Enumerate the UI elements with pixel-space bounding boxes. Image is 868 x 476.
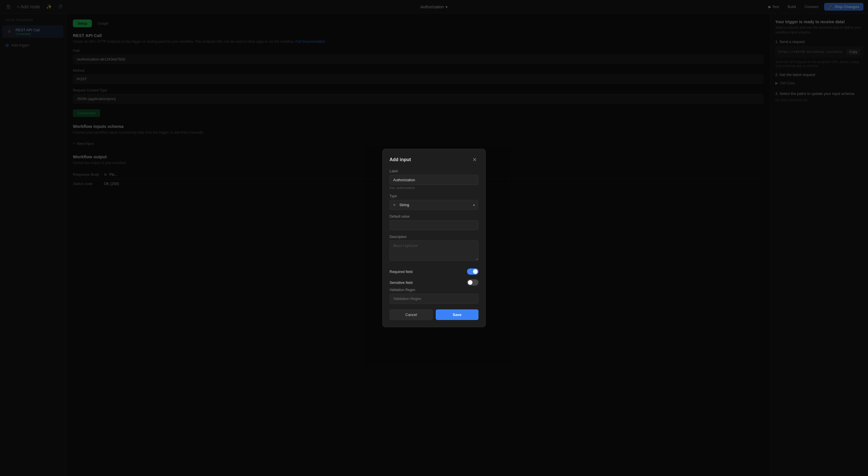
description-textarea[interactable] (390, 241, 478, 261)
modal-overlay[interactable]: Add input ✕ Label Key: authorization Typ… (0, 0, 868, 476)
label-input[interactable] (390, 175, 478, 185)
default-value-label: Default value (390, 214, 478, 218)
type-field-label: Type (390, 194, 478, 198)
type-value: String (400, 203, 409, 207)
validation-regex-input[interactable] (390, 294, 478, 304)
type-field: Type ≡ String ▾ (390, 194, 478, 210)
validation-regex-field: Validation Regex (390, 288, 478, 304)
add-input-modal: Add input ✕ Label Key: authorization Typ… (382, 149, 486, 327)
description-field-label: Description (390, 235, 478, 239)
sensitive-field-row: Sensitive field (390, 277, 478, 288)
type-select-wrapper: ≡ String ▾ (390, 200, 478, 210)
toggle-knob-required (473, 269, 477, 274)
string-type-icon: ≡ (393, 203, 396, 207)
key-hint: Key: authorization (390, 186, 478, 190)
default-value-input[interactable] (390, 220, 478, 230)
modal-header: Add input ✕ (390, 156, 478, 164)
cancel-button[interactable]: Cancel (390, 309, 433, 320)
sensitive-field-label: Sensitive field (390, 280, 412, 285)
sensitive-field-toggle[interactable] (467, 279, 478, 285)
default-value-field: Default value (390, 214, 478, 230)
required-field-label: Required field (390, 270, 412, 274)
modal-footer: Cancel Save (390, 309, 478, 320)
type-select[interactable]: ≡ String (390, 200, 478, 210)
save-button[interactable]: Save (436, 309, 478, 320)
required-field-row: Required field (390, 266, 478, 277)
validation-regex-label: Validation Regex (390, 288, 478, 292)
required-field-toggle[interactable] (467, 268, 478, 275)
modal-close-button[interactable]: ✕ (471, 156, 478, 164)
label-field-label: Label (390, 169, 478, 173)
label-field: Label Key: authorization (390, 169, 478, 190)
toggle-knob-sensitive (468, 280, 472, 285)
description-field: Description (390, 235, 478, 262)
modal-title: Add input (390, 157, 411, 162)
